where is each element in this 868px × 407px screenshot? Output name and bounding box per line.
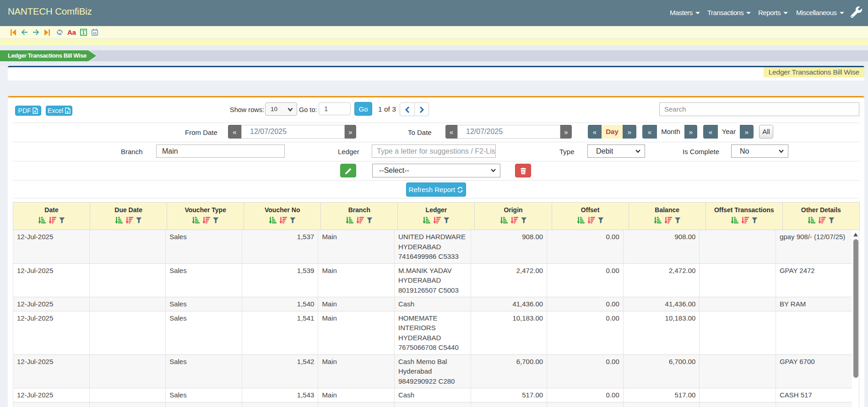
svg-text:x: x: [67, 110, 69, 114]
svg-text:A: A: [34, 110, 37, 113]
svg-text:31: 31: [93, 31, 97, 35]
